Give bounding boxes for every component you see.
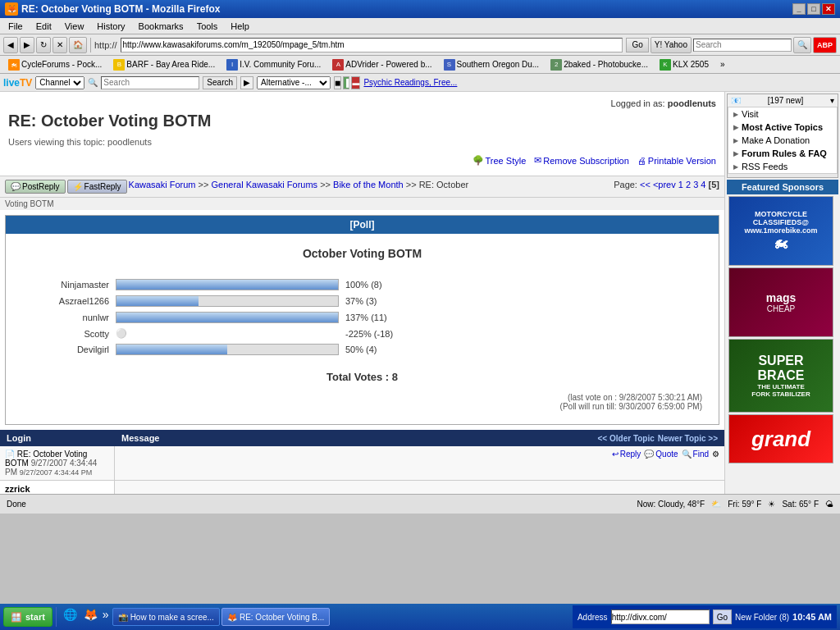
sponsors-section: Featured Sponsors MOTORCYCLE CLASSIFIEDS… xyxy=(727,180,838,463)
bm-iv[interactable]: I I.V. Community Foru... xyxy=(221,57,326,73)
yahoo-search-input[interactable] xyxy=(693,39,792,52)
notification-bar[interactable]: 📧 [197 new] ▾ xyxy=(728,94,838,107)
tree-style-link[interactable]: 🌳 Tree Style xyxy=(472,155,527,166)
ad-1-line1: MOTORCYCLE xyxy=(755,210,807,218)
ql-arrow[interactable]: » xyxy=(101,608,111,626)
live-ctrl-1[interactable]: ◼ xyxy=(334,76,341,89)
find-button[interactable]: 🔍 Find xyxy=(682,450,709,459)
bm-2baked[interactable]: 2 2baked - Photobucke... xyxy=(546,57,653,73)
ql-ff[interactable]: 🦊 xyxy=(82,608,99,626)
menu-file[interactable]: File xyxy=(3,20,28,33)
search-button[interactable]: 🔍 xyxy=(793,37,811,53)
sidebar-rss[interactable]: RSS Feeds xyxy=(728,160,837,173)
breadcrumb-general[interactable]: General Kawasaki Forums xyxy=(211,180,317,189)
postreply-icon: 💬 xyxy=(11,182,21,191)
table-row: nunlwr 137% (11) xyxy=(22,309,702,326)
newer-topic-link[interactable]: Newer Topic >> xyxy=(658,434,718,443)
bm-advrider[interactable]: A ADVrider - Powered b... xyxy=(327,57,436,73)
bm-cycleforums[interactable]: 🏍 CycleForums - Pock... xyxy=(3,57,107,73)
ql-ie[interactable]: 🌐 xyxy=(60,608,80,626)
sidebar-most-active[interactable]: Most Active Topics xyxy=(728,121,837,134)
address-input[interactable] xyxy=(121,38,623,52)
post-reply-button[interactable]: 💬 PostReply xyxy=(5,180,66,194)
stop-button[interactable]: ✕ xyxy=(52,37,67,53)
adblock-button[interactable]: ABP xyxy=(813,37,837,53)
live-ctrl-3[interactable]: ▬ xyxy=(351,76,360,89)
poll-total: Total Votes : 8 xyxy=(22,371,702,383)
table-row: Devilgirl 50% (4) xyxy=(22,341,702,358)
breadcrumb-bar: 💬 PostReply ⚡ FastReply Kawasaki Forum >… xyxy=(0,176,724,198)
page-1[interactable]: 1 xyxy=(678,180,683,189)
forum-header: Logged in as: poodlenuts RE: October Vot… xyxy=(0,92,724,176)
psychic-ad[interactable]: Psychic Readings, Free... xyxy=(363,78,457,87)
sidebar-forum-rules[interactable]: Forum Rules & FAQ xyxy=(728,147,837,160)
menu-help[interactable]: Help xyxy=(226,20,254,33)
bar-inner-3 xyxy=(116,313,338,322)
sidebar-visit[interactable]: Visit xyxy=(728,107,837,121)
menu-tools[interactable]: Tools xyxy=(192,20,223,33)
sidebar-menu: Visit Most Active Topics Make A Donation… xyxy=(728,107,838,174)
live-play-button[interactable]: ▶ xyxy=(240,76,253,89)
taskbar-go-button[interactable]: Go xyxy=(713,609,732,624)
reload-button[interactable]: ↻ xyxy=(36,37,51,53)
quote-button[interactable]: 💬 Quote xyxy=(644,450,678,459)
poll-result-4: -225% (-18) xyxy=(342,326,702,341)
yahoo-button[interactable]: Y! Yahoo xyxy=(651,37,692,53)
printable-version-link[interactable]: 🖨 Printable Version xyxy=(637,155,716,166)
live-search-button[interactable]: Search xyxy=(203,76,237,89)
menu-view[interactable]: View xyxy=(60,20,89,33)
menu-history[interactable]: History xyxy=(92,20,130,33)
bm-klx[interactable]: K KLX 2505 xyxy=(655,57,714,73)
close-button[interactable]: ✕ xyxy=(822,3,835,15)
bm-barf[interactable]: B BARF - Bay Area Ride... xyxy=(108,57,220,73)
menu-edit[interactable]: Edit xyxy=(31,20,57,33)
minimize-button[interactable]: _ xyxy=(792,3,806,15)
reply-icon: ↩ xyxy=(612,450,619,459)
fast-reply-button[interactable]: ⚡ FastReply xyxy=(67,180,127,194)
live-channel-select[interactable]: Channel xyxy=(35,76,84,89)
dropdown-arrow: ▾ xyxy=(830,96,834,105)
ad-1[interactable]: MOTORCYCLE CLASSIFIEDS@ www.1morebike.co… xyxy=(728,196,833,266)
live-alt-select[interactable]: Alternative -... xyxy=(257,76,331,89)
sidebar-donation[interactable]: Make A Donation xyxy=(728,134,837,147)
page-nav: Page: << <prev 1 2 3 4 [5] xyxy=(614,180,719,189)
bm-icon-iv: I xyxy=(226,59,238,71)
taskbar-item-2[interactable]: 🦊 RE: October Voting B... xyxy=(221,608,330,626)
taskbar-address-input[interactable] xyxy=(611,609,710,624)
page-first[interactable]: << xyxy=(640,180,651,189)
live-ctrl-2[interactable]: ▐ xyxy=(343,76,349,89)
home-button[interactable]: 🏠 xyxy=(69,37,87,53)
ad-4[interactable]: grand xyxy=(728,414,833,463)
page-5-current: [5] xyxy=(709,180,719,189)
ad-3[interactable]: SUPER BRACE THE ULTIMATE FORK STABILIZER xyxy=(728,339,833,413)
go-button[interactable]: Go xyxy=(626,38,648,52)
candidate-name-5: Devilgirl xyxy=(22,341,112,358)
bm-more[interactable]: » xyxy=(715,57,730,71)
start-button[interactable]: 🪟 start xyxy=(3,607,52,627)
live-search-input[interactable] xyxy=(101,76,199,89)
breadcrumb-kawasaki[interactable]: Kawasaki Forum xyxy=(129,180,196,189)
post-date-val: 9/27/2007 4:34:44 PM xyxy=(20,468,93,477)
table-row: Aszrael1266 37% (3) xyxy=(22,293,702,309)
back-button[interactable]: ◀ xyxy=(3,37,18,53)
older-topic-link[interactable]: << Older Topic xyxy=(598,434,655,443)
maximize-button[interactable]: □ xyxy=(807,3,820,15)
page-4[interactable]: 4 xyxy=(701,180,705,189)
status-weather-icon: ⛅ xyxy=(711,500,721,509)
ad-2[interactable]: mags CHEAP xyxy=(728,267,833,337)
forward-button[interactable]: ▶ xyxy=(20,37,34,53)
ad-1-line2: CLASSIFIEDS@ xyxy=(753,218,809,226)
post-user-cell: 📄 RE: October Voting BOTM 9/27/2007 4:34… xyxy=(0,446,115,480)
taskbar-item-1[interactable]: 📸 How to make a scree... xyxy=(112,608,220,626)
page-prev[interactable]: <prev xyxy=(653,180,676,189)
remove-subscription-link[interactable]: ✉ Remove Subscription xyxy=(534,155,629,166)
status-sat-icon: 🌤 xyxy=(825,500,833,509)
page-2[interactable]: 2 xyxy=(686,180,691,189)
th-nav: << Older Topic Newer Topic >> xyxy=(598,433,718,443)
taskbar: 🪟 start 🌐 🦊 » 📸 How to make a scree... 🦊… xyxy=(0,604,840,630)
page-3[interactable]: 3 xyxy=(693,180,698,189)
bm-southern[interactable]: S Southern Oregon Du... xyxy=(439,57,545,73)
breadcrumb-botm[interactable]: Bike of the Month xyxy=(333,180,404,189)
menu-bookmarks[interactable]: Bookmarks xyxy=(134,20,189,33)
reply-button[interactable]: ↩ Reply xyxy=(612,450,641,459)
